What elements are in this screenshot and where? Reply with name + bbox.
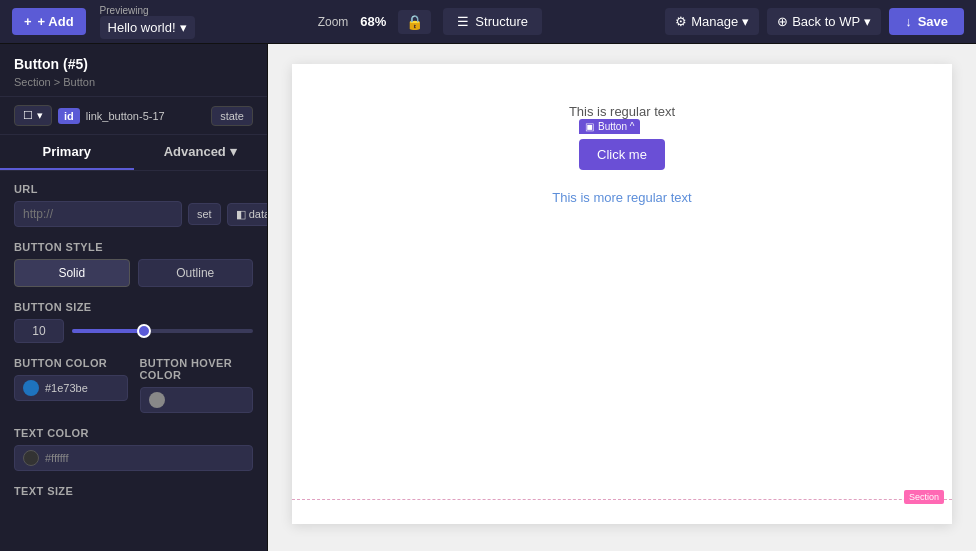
url-set-button[interactable]: set <box>188 203 221 225</box>
element-type-icon: ☐ <box>23 109 33 122</box>
back-chevron-icon: ▾ <box>864 14 871 29</box>
sidebar-breadcrumb: Section > Button <box>14 76 253 88</box>
element-id-value: link_button-5-17 <box>86 110 205 122</box>
element-type-chevron: ▾ <box>37 109 43 122</box>
page-name: Hello world! <box>108 20 176 35</box>
manage-icon: ⚙ <box>675 14 687 29</box>
hover-color-label: Button Hover Color <box>140 357 254 381</box>
text-color-label: Text Color <box>14 427 253 439</box>
main-layout: Button (#5) Section > Button ☐ ▾ id link… <box>0 44 976 551</box>
sidebar-title: Button (#5) <box>14 56 253 72</box>
hover-color-subgroup: Button Hover Color <box>140 357 254 413</box>
wp-icon: ⊕ <box>777 14 788 29</box>
tab-primary[interactable]: Primary <box>0 135 134 170</box>
text-color-swatch <box>23 450 39 466</box>
page-selector[interactable]: Hello world! ▾ <box>100 16 195 39</box>
canvas-inner: This is regular text ▣ Button ^ Click me… <box>292 64 952 524</box>
url-label: URL <box>14 183 253 195</box>
button-toolbar: ▣ Button ^ <box>579 119 640 134</box>
click-me-button[interactable]: Click me <box>579 139 665 170</box>
add-button[interactable]: + + Add <box>12 8 86 35</box>
plus-icon: + <box>24 14 32 29</box>
text-size-group: Text Size <box>14 485 253 497</box>
topbar-left: + + Add Previewing Hello world! ▾ <box>12 5 195 39</box>
button-size-label: Button Size <box>14 301 253 313</box>
sidebar-content: URL set ◧ data Button Style Solid Outlin… <box>0 171 267 551</box>
size-row: 10 <box>14 319 253 343</box>
button-color-swatch <box>23 380 39 396</box>
manage-chevron-icon: ▾ <box>742 14 749 29</box>
section-label: Section <box>904 490 944 504</box>
structure-label: Structure <box>475 14 528 29</box>
lock-button[interactable]: 🔒 <box>398 10 431 34</box>
sidebar-element-bar: ☐ ▾ id link_button-5-17 state <box>0 97 267 135</box>
regular-text: This is regular text <box>569 104 675 119</box>
button-color-label: Button Color <box>14 357 128 369</box>
slider-thumb[interactable] <box>137 324 151 338</box>
chevron-down-icon: ▾ <box>180 20 187 35</box>
url-data-button[interactable]: ◧ data <box>227 203 267 226</box>
state-button[interactable]: state <box>211 106 253 126</box>
zoom-value: 68% <box>360 14 386 29</box>
advanced-label: Advanced <box>164 144 226 159</box>
button-toolbar-icon: ▣ <box>585 121 594 132</box>
manage-button[interactable]: ⚙ Manage ▾ <box>665 8 759 35</box>
topbar: + + Add Previewing Hello world! ▾ Zoom 6… <box>0 0 976 44</box>
structure-icon: ☰ <box>457 14 469 29</box>
advanced-chevron-icon: ▾ <box>230 144 237 159</box>
solid-style-button[interactable]: Solid <box>14 259 130 287</box>
data-icon: ◧ <box>236 208 246 221</box>
structure-button[interactable]: ☰ Structure <box>443 8 542 35</box>
id-badge: id <box>58 108 80 124</box>
back-label: Back to WP <box>792 14 860 29</box>
button-style-row: Solid Outline <box>14 259 253 287</box>
save-button[interactable]: ↓ Save <box>889 8 964 35</box>
save-icon: ↓ <box>905 14 912 29</box>
button-toolbar-label: Button ^ <box>598 121 634 132</box>
canvas-content: This is regular text ▣ Button ^ Click me… <box>292 64 952 245</box>
data-label: data <box>249 208 267 220</box>
element-type-selector[interactable]: ☐ ▾ <box>14 105 52 126</box>
text-color-group: Text Color #ffffff <box>14 427 253 471</box>
hover-color-field[interactable] <box>140 387 254 413</box>
tabs: Primary Advanced ▾ <box>0 135 267 171</box>
url-field-group: URL set ◧ data <box>14 183 253 227</box>
size-value: 10 <box>14 319 64 343</box>
topbar-center: Zoom 68% 🔒 ☰ Structure <box>203 8 658 35</box>
button-wrapper: ▣ Button ^ Click me <box>579 139 665 170</box>
text-color-value: #ffffff <box>45 452 244 464</box>
button-color-value: #1e73be <box>45 382 88 394</box>
size-slider-track[interactable] <box>72 329 253 333</box>
previewing-block: Previewing Hello world! ▾ <box>100 5 195 39</box>
section-divider: Section <box>292 499 952 504</box>
button-style-label: Button Style <box>14 241 253 253</box>
button-color-field[interactable]: #1e73be <box>14 375 128 401</box>
button-size-group: Button Size 10 <box>14 301 253 343</box>
save-label: Save <box>918 14 948 29</box>
color-row: Button Color #1e73be Button Hover Color <box>14 357 253 413</box>
back-to-wp-button[interactable]: ⊕ Back to WP ▾ <box>767 8 881 35</box>
outline-style-button[interactable]: Outline <box>138 259 254 287</box>
sidebar-header: Button (#5) Section > Button <box>0 44 267 97</box>
url-input[interactable] <box>14 201 182 227</box>
previewing-label: Previewing <box>100 5 195 16</box>
manage-label: Manage <box>691 14 738 29</box>
button-color-subgroup: Button Color #1e73be <box>14 357 128 413</box>
tab-advanced[interactable]: Advanced ▾ <box>134 135 268 170</box>
hover-color-swatch <box>149 392 165 408</box>
canvas: This is regular text ▣ Button ^ Click me… <box>268 44 976 551</box>
text-color-field[interactable]: #ffffff <box>14 445 253 471</box>
more-regular-text: This is more regular text <box>552 190 691 205</box>
topbar-right: ⚙ Manage ▾ ⊕ Back to WP ▾ ↓ Save <box>665 8 964 35</box>
sidebar: Button (#5) Section > Button ☐ ▾ id link… <box>0 44 268 551</box>
button-style-group: Button Style Solid Outline <box>14 241 253 287</box>
add-label: + Add <box>38 14 74 29</box>
text-size-label: Text Size <box>14 485 253 497</box>
button-color-group: Button Color #1e73be Button Hover Color <box>14 357 253 413</box>
slider-fill <box>72 329 144 333</box>
zoom-label: Zoom <box>318 15 349 29</box>
url-input-row: set ◧ data <box>14 201 253 227</box>
